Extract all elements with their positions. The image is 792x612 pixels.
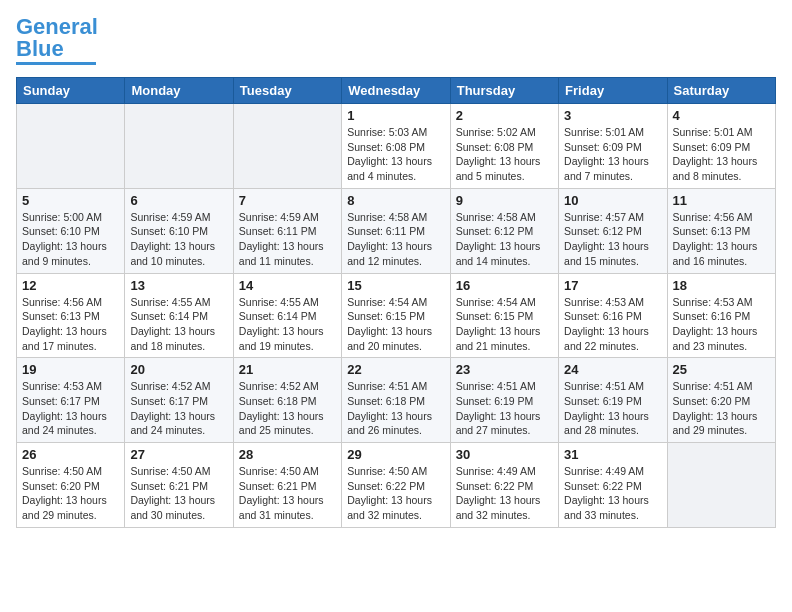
day-number: 11	[673, 193, 770, 208]
calendar-cell: 22Sunrise: 4:51 AMSunset: 6:18 PMDayligh…	[342, 358, 450, 443]
day-number: 24	[564, 362, 661, 377]
day-info: Sunrise: 4:57 AMSunset: 6:12 PMDaylight:…	[564, 210, 661, 269]
calendar-cell: 25Sunrise: 4:51 AMSunset: 6:20 PMDayligh…	[667, 358, 775, 443]
day-info: Sunrise: 4:49 AMSunset: 6:22 PMDaylight:…	[456, 464, 553, 523]
calendar-cell: 10Sunrise: 4:57 AMSunset: 6:12 PMDayligh…	[559, 188, 667, 273]
day-info: Sunrise: 4:50 AMSunset: 6:22 PMDaylight:…	[347, 464, 444, 523]
calendar-cell: 11Sunrise: 4:56 AMSunset: 6:13 PMDayligh…	[667, 188, 775, 273]
day-info: Sunrise: 5:00 AMSunset: 6:10 PMDaylight:…	[22, 210, 119, 269]
day-number: 14	[239, 278, 336, 293]
week-row-5: 26Sunrise: 4:50 AMSunset: 6:20 PMDayligh…	[17, 443, 776, 528]
day-number: 6	[130, 193, 227, 208]
day-number: 19	[22, 362, 119, 377]
day-info: Sunrise: 4:54 AMSunset: 6:15 PMDaylight:…	[347, 295, 444, 354]
day-number: 29	[347, 447, 444, 462]
calendar-cell	[233, 104, 341, 189]
week-row-2: 5Sunrise: 5:00 AMSunset: 6:10 PMDaylight…	[17, 188, 776, 273]
week-row-1: 1Sunrise: 5:03 AMSunset: 6:08 PMDaylight…	[17, 104, 776, 189]
day-info: Sunrise: 4:59 AMSunset: 6:10 PMDaylight:…	[130, 210, 227, 269]
calendar-cell	[667, 443, 775, 528]
calendar-cell: 6Sunrise: 4:59 AMSunset: 6:10 PMDaylight…	[125, 188, 233, 273]
calendar-cell: 12Sunrise: 4:56 AMSunset: 6:13 PMDayligh…	[17, 273, 125, 358]
weekday-header-thursday: Thursday	[450, 78, 558, 104]
day-info: Sunrise: 4:51 AMSunset: 6:18 PMDaylight:…	[347, 379, 444, 438]
day-info: Sunrise: 4:58 AMSunset: 6:12 PMDaylight:…	[456, 210, 553, 269]
calendar-cell: 20Sunrise: 4:52 AMSunset: 6:17 PMDayligh…	[125, 358, 233, 443]
day-number: 30	[456, 447, 553, 462]
calendar-cell: 9Sunrise: 4:58 AMSunset: 6:12 PMDaylight…	[450, 188, 558, 273]
day-number: 3	[564, 108, 661, 123]
day-number: 23	[456, 362, 553, 377]
day-info: Sunrise: 4:53 AMSunset: 6:16 PMDaylight:…	[564, 295, 661, 354]
logo: General Blue	[16, 16, 98, 65]
calendar-cell: 31Sunrise: 4:49 AMSunset: 6:22 PMDayligh…	[559, 443, 667, 528]
weekday-header-monday: Monday	[125, 78, 233, 104]
calendar-table: SundayMondayTuesdayWednesdayThursdayFrid…	[16, 77, 776, 528]
week-row-4: 19Sunrise: 4:53 AMSunset: 6:17 PMDayligh…	[17, 358, 776, 443]
calendar-cell: 1Sunrise: 5:03 AMSunset: 6:08 PMDaylight…	[342, 104, 450, 189]
page-header: General Blue	[16, 16, 776, 65]
day-number: 27	[130, 447, 227, 462]
calendar-cell: 4Sunrise: 5:01 AMSunset: 6:09 PMDaylight…	[667, 104, 775, 189]
day-number: 21	[239, 362, 336, 377]
calendar-cell	[17, 104, 125, 189]
day-number: 7	[239, 193, 336, 208]
day-info: Sunrise: 5:03 AMSunset: 6:08 PMDaylight:…	[347, 125, 444, 184]
logo-blue: Blue	[16, 36, 64, 61]
day-info: Sunrise: 4:51 AMSunset: 6:19 PMDaylight:…	[456, 379, 553, 438]
calendar-cell: 7Sunrise: 4:59 AMSunset: 6:11 PMDaylight…	[233, 188, 341, 273]
day-info: Sunrise: 4:53 AMSunset: 6:16 PMDaylight:…	[673, 295, 770, 354]
day-number: 25	[673, 362, 770, 377]
weekday-header-row: SundayMondayTuesdayWednesdayThursdayFrid…	[17, 78, 776, 104]
calendar-cell: 21Sunrise: 4:52 AMSunset: 6:18 PMDayligh…	[233, 358, 341, 443]
day-number: 9	[456, 193, 553, 208]
calendar-cell: 24Sunrise: 4:51 AMSunset: 6:19 PMDayligh…	[559, 358, 667, 443]
day-info: Sunrise: 4:59 AMSunset: 6:11 PMDaylight:…	[239, 210, 336, 269]
weekday-header-tuesday: Tuesday	[233, 78, 341, 104]
day-info: Sunrise: 5:01 AMSunset: 6:09 PMDaylight:…	[564, 125, 661, 184]
day-number: 10	[564, 193, 661, 208]
day-info: Sunrise: 4:49 AMSunset: 6:22 PMDaylight:…	[564, 464, 661, 523]
day-number: 26	[22, 447, 119, 462]
calendar-cell: 3Sunrise: 5:01 AMSunset: 6:09 PMDaylight…	[559, 104, 667, 189]
day-number: 4	[673, 108, 770, 123]
day-number: 2	[456, 108, 553, 123]
week-row-3: 12Sunrise: 4:56 AMSunset: 6:13 PMDayligh…	[17, 273, 776, 358]
day-info: Sunrise: 4:55 AMSunset: 6:14 PMDaylight:…	[130, 295, 227, 354]
calendar-cell	[125, 104, 233, 189]
day-info: Sunrise: 4:54 AMSunset: 6:15 PMDaylight:…	[456, 295, 553, 354]
weekday-header-saturday: Saturday	[667, 78, 775, 104]
weekday-header-friday: Friday	[559, 78, 667, 104]
day-info: Sunrise: 4:56 AMSunset: 6:13 PMDaylight:…	[673, 210, 770, 269]
day-info: Sunrise: 4:51 AMSunset: 6:19 PMDaylight:…	[564, 379, 661, 438]
calendar-cell: 15Sunrise: 4:54 AMSunset: 6:15 PMDayligh…	[342, 273, 450, 358]
calendar-cell: 8Sunrise: 4:58 AMSunset: 6:11 PMDaylight…	[342, 188, 450, 273]
day-info: Sunrise: 4:52 AMSunset: 6:18 PMDaylight:…	[239, 379, 336, 438]
day-number: 8	[347, 193, 444, 208]
calendar-cell: 30Sunrise: 4:49 AMSunset: 6:22 PMDayligh…	[450, 443, 558, 528]
day-info: Sunrise: 4:50 AMSunset: 6:20 PMDaylight:…	[22, 464, 119, 523]
calendar-cell: 26Sunrise: 4:50 AMSunset: 6:20 PMDayligh…	[17, 443, 125, 528]
day-info: Sunrise: 4:53 AMSunset: 6:17 PMDaylight:…	[22, 379, 119, 438]
logo-underline	[16, 62, 96, 65]
weekday-header-wednesday: Wednesday	[342, 78, 450, 104]
calendar-cell: 28Sunrise: 4:50 AMSunset: 6:21 PMDayligh…	[233, 443, 341, 528]
calendar-cell: 29Sunrise: 4:50 AMSunset: 6:22 PMDayligh…	[342, 443, 450, 528]
day-number: 31	[564, 447, 661, 462]
calendar-cell: 18Sunrise: 4:53 AMSunset: 6:16 PMDayligh…	[667, 273, 775, 358]
day-number: 1	[347, 108, 444, 123]
calendar-cell: 27Sunrise: 4:50 AMSunset: 6:21 PMDayligh…	[125, 443, 233, 528]
day-info: Sunrise: 4:58 AMSunset: 6:11 PMDaylight:…	[347, 210, 444, 269]
day-info: Sunrise: 4:50 AMSunset: 6:21 PMDaylight:…	[239, 464, 336, 523]
day-number: 28	[239, 447, 336, 462]
calendar-cell: 14Sunrise: 4:55 AMSunset: 6:14 PMDayligh…	[233, 273, 341, 358]
day-info: Sunrise: 4:55 AMSunset: 6:14 PMDaylight:…	[239, 295, 336, 354]
day-number: 16	[456, 278, 553, 293]
weekday-header-sunday: Sunday	[17, 78, 125, 104]
logo-text: General Blue	[16, 16, 98, 60]
day-number: 5	[22, 193, 119, 208]
calendar-cell: 23Sunrise: 4:51 AMSunset: 6:19 PMDayligh…	[450, 358, 558, 443]
calendar-cell: 2Sunrise: 5:02 AMSunset: 6:08 PMDaylight…	[450, 104, 558, 189]
day-info: Sunrise: 5:02 AMSunset: 6:08 PMDaylight:…	[456, 125, 553, 184]
day-number: 22	[347, 362, 444, 377]
